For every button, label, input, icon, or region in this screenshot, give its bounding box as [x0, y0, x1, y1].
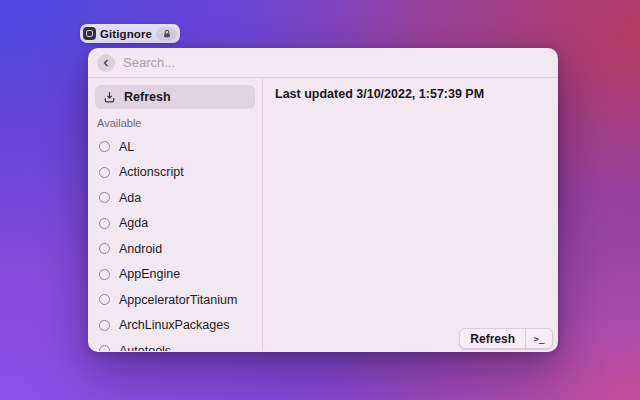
- list-item-appengine[interactable]: AppEngine: [95, 262, 255, 288]
- list-item-ada[interactable]: Ada: [95, 185, 255, 211]
- circle-icon: [99, 243, 110, 254]
- list-item-label: Ada: [119, 191, 141, 205]
- chevron-left-icon: [101, 58, 111, 68]
- search-input[interactable]: [123, 55, 549, 70]
- detail-panel: Last updated 3/10/2022, 1:57:39 PM: [263, 78, 558, 351]
- circle-icon: [99, 192, 110, 203]
- gitignore-window: Refresh Available AL Actionscript Ada Ag…: [88, 48, 558, 352]
- launcher-pill-gitignore[interactable]: Gitignore: [80, 24, 180, 43]
- sidebar: Refresh Available AL Actionscript Ada Ag…: [88, 78, 263, 351]
- refresh-button[interactable]: Refresh: [460, 329, 525, 348]
- back-button[interactable]: [97, 54, 115, 72]
- search-bar: [88, 48, 558, 78]
- list-item-autotools[interactable]: Autotools: [95, 338, 255, 351]
- circle-icon: [99, 269, 110, 280]
- circle-icon: [99, 141, 110, 152]
- list-item-al[interactable]: AL: [95, 134, 255, 160]
- list-item-label: Android: [119, 242, 162, 256]
- list-item-label: AppEngine: [119, 267, 180, 281]
- refresh-action-label: Refresh: [124, 90, 171, 104]
- template-list: AL Actionscript Ada Agda Android AppEngi…: [95, 134, 255, 351]
- list-item-label: Agda: [119, 216, 148, 230]
- list-item-android[interactable]: Android: [95, 236, 255, 262]
- action-bar: Refresh >_: [459, 328, 553, 349]
- section-label-available: Available: [97, 117, 253, 130]
- terminal-icon: >_: [534, 334, 545, 344]
- list-item-label: ArchLinuxPackages: [119, 318, 229, 332]
- circle-icon: [99, 294, 110, 305]
- last-updated-text: Last updated 3/10/2022, 1:57:39 PM: [275, 87, 546, 101]
- list-item-label: Actionscript: [119, 165, 184, 179]
- list-item-agda[interactable]: Agda: [95, 211, 255, 237]
- list-item-appceleratortitanium[interactable]: AppceleratorTitanium: [95, 287, 255, 313]
- circle-icon: [99, 167, 110, 178]
- launcher-title: Gitignore: [100, 28, 152, 40]
- list-item-label: Autotools: [119, 344, 171, 351]
- list-item-actionscript[interactable]: Actionscript: [95, 160, 255, 186]
- lock-badge: [156, 27, 177, 41]
- circle-icon: [99, 345, 110, 351]
- list-item-archlinuxpackages[interactable]: ArchLinuxPackages: [95, 313, 255, 339]
- list-item-label: AL: [119, 140, 134, 154]
- window-body: Refresh Available AL Actionscript Ada Ag…: [88, 78, 558, 351]
- lock-icon: [162, 29, 172, 39]
- list-item-label: AppceleratorTitanium: [119, 293, 237, 307]
- download-tray-icon: [103, 91, 116, 104]
- circle-icon: [99, 320, 110, 331]
- terminal-button[interactable]: >_: [526, 329, 552, 348]
- gitignore-app-icon: [83, 27, 96, 40]
- circle-icon: [99, 218, 110, 229]
- sidebar-item-refresh[interactable]: Refresh: [95, 85, 255, 109]
